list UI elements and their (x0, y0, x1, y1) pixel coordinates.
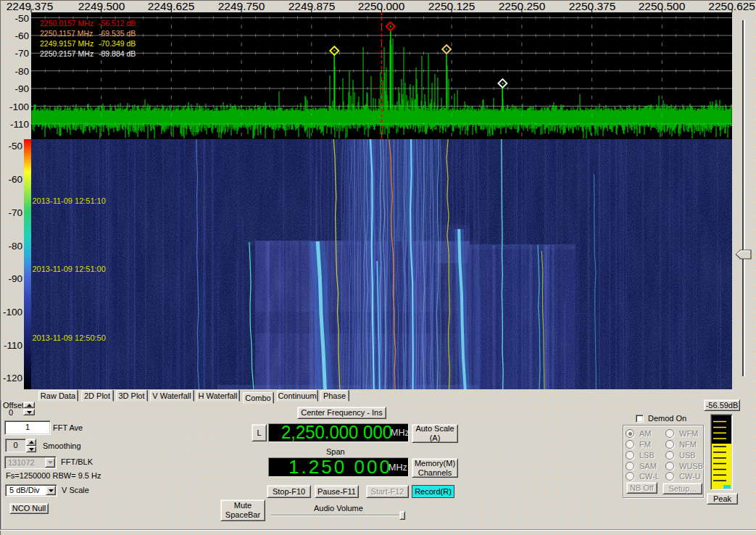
svg-text:2249.9157 MHz: 2249.9157 MHz (40, 39, 94, 48)
svg-text:2249.375: 2249.375 (7, 0, 54, 12)
svg-text:2250.2157 MHz: 2250.2157 MHz (40, 49, 94, 58)
svg-text:2250.0157 MHz: 2250.0157 MHz (40, 19, 94, 28)
svg-text:-90: -90 (14, 83, 29, 94)
svg-text:2,250.000 000: 2,250.000 000 (281, 424, 392, 441)
svg-text:2013-11-09 12:50:50: 2013-11-09 12:50:50 (33, 333, 106, 342)
svg-text:-70: -70 (8, 207, 22, 218)
svg-text:-50: -50 (14, 13, 29, 24)
svg-text:-70: -70 (14, 48, 29, 59)
svg-text:-90: -90 (8, 273, 22, 284)
svg-text:1.250 000: 1.250 000 (288, 458, 390, 476)
svg-text:MHz: MHz (389, 463, 407, 473)
svg-text:-120: -120 (3, 373, 22, 383)
svg-text:-56.512 dB: -56.512 dB (99, 19, 136, 28)
svg-text:-110: -110 (10, 119, 29, 130)
svg-text:-89.884 dB: -89.884 dB (99, 49, 136, 58)
svg-text:MHz: MHz (391, 428, 408, 438)
svg-text:-60: -60 (8, 174, 22, 185)
svg-text:2250.1157 MHz: 2250.1157 MHz (40, 29, 93, 38)
svg-text:2013-11-09 12:51:10: 2013-11-09 12:51:10 (33, 196, 106, 205)
svg-text:-60: -60 (14, 30, 29, 41)
svg-text:-70.349 dB: -70.349 dB (99, 39, 136, 48)
svg-text:-50: -50 (8, 141, 22, 152)
svg-text:-80: -80 (8, 241, 22, 252)
svg-text:-100: -100 (3, 307, 22, 318)
svg-text:-100: -100 (9, 101, 29, 112)
svg-text:2013-11-09 12:51:00: 2013-11-09 12:51:00 (33, 265, 106, 273)
svg-text:-110: -110 (4, 340, 22, 351)
svg-text:-80: -80 (14, 66, 29, 77)
svg-text:-69.535 dB: -69.535 dB (99, 29, 136, 38)
